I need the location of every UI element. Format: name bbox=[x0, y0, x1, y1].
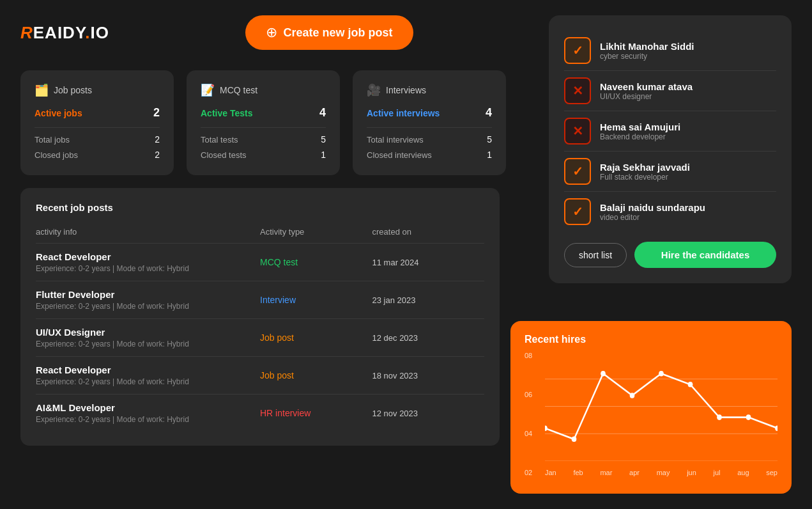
shortlist-button[interactable]: short list bbox=[564, 243, 627, 267]
job-posts-total-row: Total jobs 2 bbox=[34, 132, 160, 147]
candidate-info: Raja Sekhar javvadi Full stack developer bbox=[600, 162, 776, 182]
interviews-header: 🎥 Interviews bbox=[367, 83, 492, 97]
interviews-total-row: Total interviews 5 bbox=[367, 132, 492, 147]
candidate-role: UI/UX designer bbox=[600, 92, 776, 101]
recent-jobs-title: Recent job posts bbox=[36, 202, 484, 213]
candidate-name: Balaji naidu sundarapu bbox=[600, 202, 776, 213]
activity-type: HR interview bbox=[260, 408, 372, 418]
candidate-role: Full stack developer bbox=[600, 173, 776, 182]
interviews-title: Interviews bbox=[386, 85, 426, 95]
logo-io: IO bbox=[91, 23, 109, 42]
candidate-name: Naveen kumar atava bbox=[600, 81, 776, 92]
x-label: aug bbox=[737, 469, 749, 476]
candidate-row: ✓ Balaji naidu sundarapu video editor bbox=[564, 192, 776, 231]
th-type: Activity type bbox=[260, 227, 372, 237]
create-job-label: Create new job post bbox=[284, 26, 393, 40]
panel-actions: short list Hire the candidates bbox=[564, 242, 776, 268]
y-labels: 02040608 bbox=[525, 352, 542, 476]
job-title: AI&ML Developer bbox=[36, 402, 260, 413]
interviews-total-value: 5 bbox=[487, 134, 492, 145]
activity-type: MCQ test bbox=[260, 257, 372, 267]
chart-title: Recent hires bbox=[525, 334, 778, 345]
mcq-header: 📝 MCQ test bbox=[201, 83, 326, 97]
svg-point-9 bbox=[688, 382, 693, 388]
candidate-status-icon: ✓ bbox=[564, 158, 591, 185]
created-date: 12 dec 2023 bbox=[372, 333, 485, 343]
interviews-active-row: Active interviews 4 bbox=[367, 106, 492, 120]
job-posts-card: 🗂️ Job posts Active jobs 2 Total jobs 2 … bbox=[20, 70, 174, 175]
th-created: created on bbox=[372, 227, 485, 237]
job-info: AI&ML Developer Experience: 0-2 years | … bbox=[36, 402, 260, 424]
job-posts-total-label: Total jobs bbox=[34, 135, 70, 145]
table-row: React Developer Experience: 0-2 years | … bbox=[36, 357, 484, 395]
interviews-closed-label: Closed interviews bbox=[367, 150, 432, 160]
logo-dot: . bbox=[85, 23, 90, 42]
svg-point-8 bbox=[659, 371, 664, 377]
job-posts-active-label: Active jobs bbox=[34, 108, 82, 118]
plus-icon: ⊕ bbox=[266, 24, 277, 41]
job-posts-active-row: Active jobs 2 bbox=[34, 106, 160, 120]
job-meta: Experience: 0-2 years | Mode of work: Hy… bbox=[36, 377, 260, 386]
job-title: React Developer bbox=[36, 251, 260, 262]
jobs-table: React Developer Experience: 0-2 years | … bbox=[36, 244, 484, 432]
candidate-status-icon: ✓ bbox=[564, 37, 591, 64]
job-title: UI/UX Designer bbox=[36, 327, 260, 338]
candidate-info: Likhit Manohar Siddi cyber security bbox=[600, 41, 776, 61]
activity-type: Job post bbox=[260, 333, 372, 343]
candidate-row: ✕ Naveen kumar atava UI/UX designer bbox=[564, 71, 776, 111]
candidate-info: Balaji naidu sundarapu video editor bbox=[600, 202, 776, 222]
candidate-info: Hema sai Amujuri Backend developer bbox=[600, 121, 776, 141]
x-label: Jan bbox=[545, 469, 556, 476]
candidates-list: ✓ Likhit Manohar Siddi cyber security ✕ … bbox=[564, 31, 776, 231]
mcq-active-value: 4 bbox=[319, 106, 326, 120]
recent-jobs-card: Recent job posts activity info Activity … bbox=[20, 188, 500, 446]
candidate-row: ✓ Raja Sekhar javvadi Full stack develop… bbox=[564, 152, 776, 192]
svg-point-4 bbox=[545, 425, 548, 431]
job-meta: Experience: 0-2 years | Mode of work: Hy… bbox=[36, 302, 260, 311]
job-posts-active-value: 2 bbox=[153, 106, 160, 120]
job-meta: Experience: 0-2 years | Mode of work: Hy… bbox=[36, 264, 260, 273]
mcq-closed-value: 1 bbox=[321, 150, 326, 160]
svg-point-6 bbox=[601, 371, 606, 377]
activity-type: Interview bbox=[260, 295, 372, 305]
x-label: mar bbox=[600, 469, 612, 476]
logo: REAIDY.IO bbox=[20, 23, 109, 43]
table-row: React Developer Experience: 0-2 years | … bbox=[36, 244, 484, 281]
candidate-row: ✕ Hema sai Amujuri Backend developer bbox=[564, 111, 776, 152]
interviews-icon: 🎥 bbox=[367, 83, 381, 97]
table-row: Flutter Developer Experience: 0-2 years … bbox=[36, 281, 484, 319]
job-posts-closed-label: Closed jobs bbox=[34, 150, 78, 160]
hire-button[interactable]: Hire the candidates bbox=[634, 242, 776, 268]
svg-point-10 bbox=[717, 414, 722, 420]
table-header: activity info Activity type created on bbox=[36, 223, 484, 244]
th-activity: activity info bbox=[36, 227, 260, 237]
logo-r: R bbox=[20, 23, 33, 42]
svg-point-5 bbox=[572, 437, 577, 442]
table-row: UI/UX Designer Experience: 0-2 years | M… bbox=[36, 319, 484, 357]
x-label: jun bbox=[687, 469, 696, 476]
create-job-button[interactable]: ⊕ Create new job post bbox=[245, 15, 413, 50]
job-posts-closed-value: 2 bbox=[155, 150, 160, 160]
candidate-role: Backend developer bbox=[600, 132, 776, 141]
interviews-closed-value: 1 bbox=[487, 150, 492, 160]
x-label: feb bbox=[573, 469, 583, 476]
y-label: 08 bbox=[525, 352, 542, 359]
job-info: Flutter Developer Experience: 0-2 years … bbox=[36, 289, 260, 311]
mcq-closed-row: Closed tests 1 bbox=[201, 147, 326, 162]
job-info: React Developer Experience: 0-2 years | … bbox=[36, 364, 260, 386]
x-labels: Janfebmaraprmayjunjulaugsep bbox=[545, 469, 778, 476]
interviews-active-value: 4 bbox=[486, 106, 492, 120]
table-row: AI&ML Developer Experience: 0-2 years | … bbox=[36, 395, 484, 432]
interviews-closed-row: Closed interviews 1 bbox=[367, 147, 492, 162]
activity-type: Job post bbox=[260, 370, 372, 380]
candidate-status-icon: ✕ bbox=[564, 77, 591, 104]
candidate-status-icon: ✕ bbox=[564, 118, 591, 145]
job-meta: Experience: 0-2 years | Mode of work: Hy… bbox=[36, 415, 260, 424]
job-posts-closed-row: Closed jobs 2 bbox=[34, 147, 160, 162]
job-info: UI/UX Designer Experience: 0-2 years | M… bbox=[36, 327, 260, 348]
candidate-role: cyber security bbox=[600, 52, 776, 61]
job-info: React Developer Experience: 0-2 years | … bbox=[36, 251, 260, 273]
job-posts-total-value: 2 bbox=[155, 134, 160, 145]
mcq-active-label: Active Tests bbox=[201, 108, 252, 118]
job-posts-icon: 🗂️ bbox=[34, 83, 49, 97]
